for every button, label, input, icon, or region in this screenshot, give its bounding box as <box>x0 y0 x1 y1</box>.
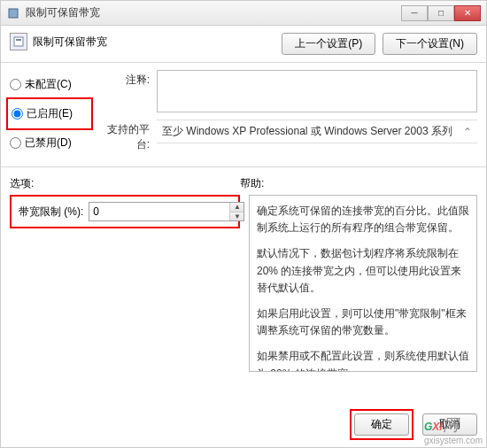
help-label: 帮助: <box>240 176 477 191</box>
window-controls: ─ □ ✕ <box>401 5 481 21</box>
next-setting-button[interactable]: 下一个设置(N) <box>383 33 477 55</box>
svg-rect-2 <box>16 39 21 41</box>
radio-enabled[interactable]: 已启用(E) <box>12 106 88 121</box>
comment-label: 注释: <box>97 70 150 88</box>
radio-enabled-input[interactable] <box>12 108 23 120</box>
app-icon <box>6 6 20 20</box>
platform-label: 支持的平台: <box>97 120 150 152</box>
help-p1: 确定系统可保留的连接带宽的百分比。此值限制系统上运行的所有程序的组合带宽保留。 <box>257 203 469 236</box>
spin-down-button[interactable]: ▼ <box>230 212 244 221</box>
options-label: 选项: <box>10 176 240 191</box>
bandwidth-limit-label: 带宽限制 (%): <box>19 205 83 220</box>
caret-icon: ⌃ <box>463 126 472 138</box>
prev-setting-button[interactable]: 上一个设置(P) <box>282 33 375 55</box>
minimize-button[interactable]: ─ <box>401 5 428 21</box>
cancel-button[interactable]: 取消 <box>422 413 477 436</box>
radio-disabled-input[interactable] <box>10 137 21 149</box>
radio-enabled-label: 已启用(E) <box>27 106 73 121</box>
window-title: 限制可保留带宽 <box>26 5 401 20</box>
help-p3: 如果启用此设置，则可以使用"带宽限制"框来调整系统可保留的带宽数量。 <box>257 305 469 339</box>
help-p2: 默认情况下，数据包计划程序将系统限制在 20% 的连接带宽之内，但可以使用此设置… <box>257 245 469 297</box>
spin-up-button[interactable]: ▲ <box>230 203 244 212</box>
titlebar: 限制可保留带宽 ─ □ ✕ <box>1 1 486 26</box>
svg-rect-0 <box>9 9 18 18</box>
bandwidth-limit-input[interactable] <box>89 203 229 220</box>
ok-button[interactable]: 确定 <box>354 413 409 436</box>
platform-value-box: 至少 Windows XP Professional 或 Windows Ser… <box>157 120 477 143</box>
maximize-button[interactable]: □ <box>428 5 454 21</box>
radio-not-configured[interactable]: 未配置(C) <box>10 77 89 92</box>
radio-not-configured-label: 未配置(C) <box>25 77 72 92</box>
platform-value: 至少 Windows XP Professional 或 Windows Ser… <box>162 124 452 139</box>
bandwidth-limit-box: 带宽限制 (%): ▲ ▼ <box>10 195 240 228</box>
radio-disabled[interactable]: 已禁用(D) <box>10 135 89 151</box>
radio-not-configured-input[interactable] <box>10 79 21 90</box>
policy-icon <box>10 33 27 50</box>
help-p4: 如果禁用或不配置此设置，则系统使用默认值为 20% 的连接带宽。 <box>257 348 469 372</box>
comment-input[interactable] <box>157 70 477 112</box>
page-heading: 限制可保留带宽 <box>33 35 107 50</box>
svg-rect-1 <box>14 37 23 46</box>
close-button[interactable]: ✕ <box>454 5 481 21</box>
bandwidth-limit-spinner[interactable]: ▲ ▼ <box>89 202 244 221</box>
radio-disabled-label: 已禁用(D) <box>25 135 72 151</box>
help-text-box: 确定系统可保留的连接带宽的百分比。此值限制系统上运行的所有程序的组合带宽保留。 … <box>249 195 477 372</box>
